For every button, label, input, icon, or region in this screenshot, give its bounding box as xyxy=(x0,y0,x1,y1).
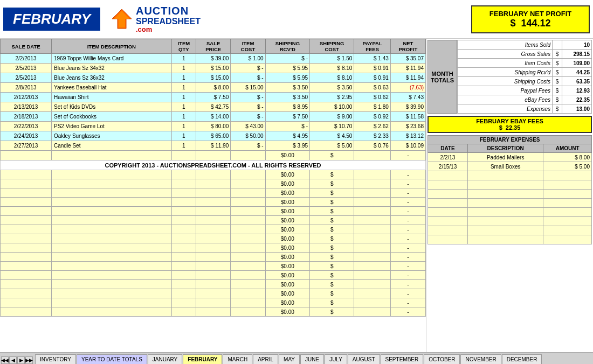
col-paypal-fees: PAYPALFEES xyxy=(354,39,390,54)
table-row: 2/5/2013Blue Jeans Sz 36x321$ 15.00$ -$ … xyxy=(1,73,426,83)
expenses-section: FEBRUARY EXPENSES DATE DESCRIPTION AMOUN… xyxy=(427,135,592,351)
tab-december[interactable]: DECEMBER xyxy=(502,354,542,364)
empty-row: $0.00$- xyxy=(1,243,426,253)
col-sale-price: SALEPRICE xyxy=(196,39,231,54)
tab-bar: ◀◀ ◀ ▶ ▶▶ INVENTORYYEAR TO DATE TOTALSJA… xyxy=(0,352,593,364)
tab-february[interactable]: FEBRUARY xyxy=(183,354,222,364)
month-total-row: Item Costs$109.00 xyxy=(458,59,592,68)
empty-row: $0.00$- xyxy=(1,198,426,207)
net-profit-box: FEBRUARY NET PROFIT $ 144.12 xyxy=(471,5,590,33)
col-shipping-cost: SHIPPINGCOST xyxy=(310,39,354,54)
tab-inventory[interactable]: INVENTORY xyxy=(35,354,76,364)
tab-nav-next[interactable]: ▶ xyxy=(17,356,25,364)
col-shipping-rcvd: SHIPPINGRCV'D xyxy=(265,39,309,54)
empty-expense-row xyxy=(428,180,592,190)
empty-row: $0.00$- xyxy=(1,253,426,262)
month-title: FEBRUARY xyxy=(3,8,100,31)
empty-row: $0.00$- xyxy=(1,188,426,198)
tab-container: INVENTORYYEAR TO DATE TOTALSJANUARYFEBRU… xyxy=(35,354,542,364)
tab-nav-first[interactable]: ◀◀ xyxy=(1,356,9,364)
tab-november[interactable]: NOVEMBER xyxy=(460,354,501,364)
tab-may[interactable]: MAY xyxy=(279,354,300,364)
tab-august[interactable]: AUGUST xyxy=(348,354,380,364)
month-total-row: Paypal Fees$12.93 xyxy=(458,86,592,95)
tab-year-to-date-totals[interactable]: YEAR TO DATE TOTALS xyxy=(77,354,147,364)
logo-spreadsheet-text: SPREADSHEET xyxy=(136,17,201,26)
main-content: SALE DATE ITEM DESCRIPTION ITEMQTY SALEP… xyxy=(0,39,593,352)
table-row: 2/13/2013Set of Kids DVDs1$ 42.75$ -$ 8.… xyxy=(1,102,426,112)
expenses-table: FEBRUARY EXPENSES DATE DESCRIPTION AMOUN… xyxy=(427,135,592,244)
empty-row: $0.00$- xyxy=(1,170,426,179)
month-totals-section: MONTH TOTALS Items Sold10Gross Sales$298… xyxy=(427,40,592,114)
tab-september[interactable]: SEPTEMBER xyxy=(381,354,424,364)
expenses-col-amount: AMOUNT xyxy=(543,144,592,153)
empty-expense-row xyxy=(428,226,592,235)
tab-june[interactable]: JUNE xyxy=(300,354,324,364)
month-total-row: Items Sold10 xyxy=(458,40,592,50)
empty-row: $0.00$- xyxy=(1,216,426,225)
logo-auction-text: AUCTION xyxy=(136,5,201,17)
main-table: SALE DATE ITEM DESCRIPTION ITEMQTY SALEP… xyxy=(0,39,426,317)
empty-expense-row xyxy=(428,217,592,226)
logo-icon xyxy=(111,8,133,30)
ebay-fees-value: 22.35 xyxy=(506,124,521,131)
empty-row: $0.00$- xyxy=(1,289,426,298)
col-item-cost: ITEMCOST xyxy=(231,39,265,54)
col-item-qty: ITEMQTY xyxy=(171,39,196,54)
empty-row: $0.00$- xyxy=(1,298,426,307)
net-profit-dollar: $ xyxy=(510,18,515,29)
net-profit-title: FEBRUARY NET PROFIT xyxy=(480,10,581,18)
expenses-title: FEBRUARY EXPENSES xyxy=(428,136,592,144)
table-row: 2/12/2013Hawaiian Shirt1$ 7.50$ -$ 3.50$… xyxy=(1,93,426,102)
tab-january[interactable]: JANUARY xyxy=(148,354,183,364)
logo: AUCTION SPREADSHEET .com xyxy=(111,5,471,34)
net-profit-amount: $ 144.12 xyxy=(480,18,581,29)
col-item-desc: ITEM DESCRIPTION xyxy=(51,39,171,54)
empty-row: $0.00$- xyxy=(1,271,426,280)
table-row: 2/22/2013PS2 Video Game Lot1$ 80.00$ 43.… xyxy=(1,122,426,131)
tab-april[interactable]: APRIL xyxy=(253,354,278,364)
month-total-row: Shipping Costs$63.35 xyxy=(458,77,592,86)
empty-expense-row xyxy=(428,171,592,180)
table-row: 2/24/2013Oakley Sunglasses1$ 65.00$ 50.0… xyxy=(1,131,426,141)
empty-expense-row xyxy=(428,208,592,217)
table-row: 2/2/20131969 Topps Willie Mays Card1$ 39… xyxy=(1,54,426,64)
copyright-row: COPYRIGHT 2013 - AUCTIONSPREADSHEET.COM … xyxy=(1,160,426,170)
empty-expense-row xyxy=(428,199,592,208)
tab-nav-prev[interactable]: ◀ xyxy=(9,356,17,364)
empty-expense-row xyxy=(428,235,592,244)
logo-text: AUCTION SPREADSHEET .com xyxy=(136,5,201,34)
table-row: 2/27/2013Candle Set1$ 11.90$ -$ 3.95$ 5.… xyxy=(1,141,426,151)
header: FEBRUARY AUCTION SPREADSHEET .com FEBRUA… xyxy=(0,0,593,39)
month-total-row: Shipping Rcv'd$44.25 xyxy=(458,68,592,77)
month-total-row: Gross Sales$298.15 xyxy=(458,50,592,59)
tab-october[interactable]: OCTOBER xyxy=(424,354,460,364)
app-container: FEBRUARY AUCTION SPREADSHEET .com FEBRUA… xyxy=(0,0,593,364)
sheet-scroll: ◀◀ ◀ ▶ ▶▶ xyxy=(1,356,33,364)
empty-row: $0.00$- xyxy=(1,179,426,188)
month-totals-table: Items Sold10Gross Sales$298.15Item Costs… xyxy=(457,40,592,114)
col-net-profit: NETPROFIT xyxy=(390,39,425,54)
data-table-wrapper[interactable]: SALE DATE ITEM DESCRIPTION ITEMQTY SALEP… xyxy=(0,39,426,352)
right-panel: MONTH TOTALS Items Sold10Gross Sales$298… xyxy=(426,39,593,352)
expenses-col-headers: DATE DESCRIPTION AMOUNT xyxy=(428,144,592,153)
empty-row: $0.00$- xyxy=(1,207,426,216)
tab-nav-last[interactable]: ▶▶ xyxy=(25,356,33,364)
tab-march[interactable]: MARCH xyxy=(223,354,252,364)
empty-row: $0.00$- xyxy=(1,262,426,271)
col-sale-date: SALE DATE xyxy=(1,39,52,54)
month-total-row: Expenses$13.00 xyxy=(458,104,592,114)
logo-com-text: .com xyxy=(136,26,201,33)
month-total-row: eBay Fees$22.35 xyxy=(458,95,592,104)
ebay-fees-title: FEBRUARY EBAY FEES xyxy=(431,118,589,124)
table-header-row: SALE DATE ITEM DESCRIPTION ITEMQTY SALEP… xyxy=(1,39,426,54)
expense-row: 2/15/13Small Boxes$ 5.00 xyxy=(428,162,592,171)
month-totals-label: MONTH TOTALS xyxy=(427,40,457,114)
expenses-col-desc: DESCRIPTION xyxy=(468,144,543,153)
empty-row: $0.00$- xyxy=(1,280,426,289)
empty-row: $0.00$- xyxy=(1,307,426,317)
ebay-fees-box: FEBRUARY EBAY FEES $ 22.35 xyxy=(427,116,592,133)
tab-july[interactable]: JULY xyxy=(325,354,347,364)
ebay-fees-amount: $ 22.35 xyxy=(431,124,589,131)
expenses-header: FEBRUARY EXPENSES xyxy=(428,136,592,144)
